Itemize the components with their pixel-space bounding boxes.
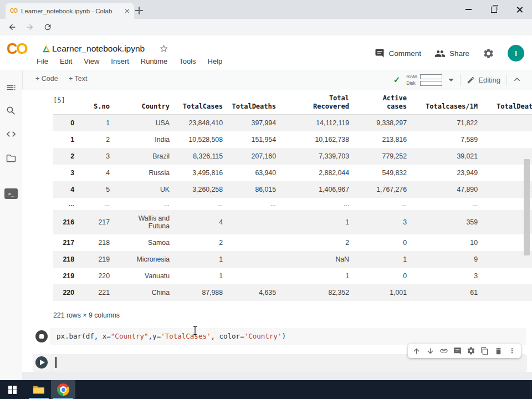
table-cell: 1,767,276 [354, 181, 411, 198]
chrome-icon [57, 383, 69, 396]
code-snippets-icon[interactable] [6, 129, 17, 140]
more-cell-actions-icon[interactable] [507, 346, 517, 356]
reload-icon[interactable] [43, 23, 52, 32]
page-scrollbar-thumb[interactable] [524, 159, 530, 255]
menu-view[interactable]: View [84, 57, 99, 65]
terminal-icon[interactable]: >_ [4, 188, 18, 199]
table-cell: 9 [411, 251, 482, 268]
table-row: 216217Wallis and Futuna413359NaNWLF [53, 210, 532, 234]
add-code-button[interactable]: + Code [35, 75, 58, 83]
colab-favicon-icon: CO [10, 8, 17, 14]
table-cell: 2 [280, 234, 354, 251]
tab-close-icon[interactable] [124, 8, 130, 14]
window-restore-button[interactable] [481, 0, 507, 19]
notebook-title[interactable]: Learner_notebook.ipynb [52, 44, 145, 54]
code-editor[interactable]: px.bar(df, x="Country",y='TotalCases', c… [50, 328, 526, 345]
editing-label: Editing [478, 76, 500, 84]
window-close-button[interactable] [507, 0, 532, 19]
share-button[interactable]: Share [434, 49, 469, 58]
table-cell: 1 [174, 268, 227, 284]
table-cell: 216 [53, 210, 79, 234]
pencil-icon [467, 76, 475, 84]
column-header: Total Recovered [280, 91, 354, 115]
mirror-cell-button[interactable] [480, 346, 490, 356]
notebook-footer-strip [22, 372, 532, 380]
table-cell: 4 [174, 210, 227, 234]
table-cell: 4 [53, 181, 79, 198]
cell-settings-gear-icon[interactable] [466, 346, 476, 356]
comment-button[interactable]: Comment [375, 48, 421, 58]
dataframe-summary: 221 rows × 9 columns [53, 311, 120, 319]
taskbar-chrome-button[interactable] [51, 380, 75, 399]
menu-runtime[interactable]: Runtime [141, 57, 167, 65]
start-button[interactable] [0, 380, 24, 399]
table-cell: 4,635 [227, 284, 280, 301]
table-row: 217218Samoa22010NaNWSM [53, 234, 532, 251]
code-token-string: 'Country' [244, 332, 282, 340]
table-cell: ... [114, 198, 174, 210]
add-comment-button[interactable] [453, 346, 463, 356]
collapse-chevron-icon[interactable] [513, 76, 521, 84]
column-header: Country [114, 91, 174, 115]
run-cell-button[interactable] [35, 330, 48, 342]
cell-toolbar [408, 344, 521, 358]
table-cell: NaN [482, 268, 532, 284]
table-cell: 151,954 [227, 131, 280, 148]
table-cell: 3 [79, 148, 114, 165]
table-cell: 218 [53, 251, 79, 268]
settings-gear-icon[interactable] [483, 48, 494, 59]
table-cell: 23,949 [411, 165, 482, 181]
menu-file[interactable]: File [37, 57, 48, 65]
menu-help[interactable]: Help [208, 57, 223, 65]
table-of-contents-icon[interactable] [6, 82, 17, 93]
table-row: 220221China87,9884,63582,3521,001613CHN [53, 284, 532, 301]
code-line: px.bar(df, x="Country",y='TotalCases', c… [57, 328, 286, 345]
table-cell: 63,940 [227, 165, 280, 181]
new-tab-button[interactable] [134, 6, 144, 16]
table-cell: 3,260,258 [174, 181, 227, 198]
star-notebook-icon[interactable] [160, 44, 168, 53]
taskbar-file-explorer-button[interactable] [27, 380, 51, 399]
move-cell-up-button[interactable] [412, 346, 422, 356]
table-cell: 1 [280, 268, 354, 284]
code-token-plain: ,y= [149, 332, 161, 340]
menu-insert[interactable]: Insert [111, 57, 129, 65]
table-cell: 549,832 [354, 165, 411, 181]
table-cell: ... [354, 198, 411, 210]
forward-icon[interactable] [25, 23, 34, 32]
left-sidebar: >_ [0, 70, 23, 380]
table-cell: 1 [354, 251, 411, 268]
copy-link-to-cell-button[interactable] [439, 346, 449, 356]
table-cell: 3 [411, 268, 482, 284]
resources-dropdown-icon[interactable] [448, 79, 454, 81]
menu-edit[interactable]: Edit [60, 57, 72, 65]
table-cell: 2 [53, 148, 79, 165]
delete-cell-button[interactable] [494, 346, 504, 356]
text-caret [55, 357, 57, 368]
account-avatar[interactable]: I [508, 45, 524, 62]
resource-monitor[interactable]: RAM Disk [406, 74, 442, 86]
window-minimize-button[interactable] [456, 0, 481, 19]
column-header [53, 91, 79, 115]
comment-label: Comment [388, 49, 421, 58]
browser-tabstrip: CO Learner_notebook.ipynb - Colab [0, 0, 532, 19]
windows-logo-icon [8, 386, 17, 394]
table-cell: 221 [79, 284, 114, 301]
table-cell: 207,160 [227, 148, 280, 165]
add-text-button[interactable]: + Text [69, 75, 87, 83]
play-icon [40, 360, 45, 365]
run-cell-button[interactable] [35, 356, 48, 369]
show-desktop-button[interactable] [530, 380, 530, 399]
menu-tools[interactable]: Tools [179, 57, 196, 65]
editing-mode-button[interactable]: Editing [467, 76, 500, 84]
browser-tab[interactable]: CO Learner_notebook.ipynb - Colab [6, 3, 134, 19]
back-icon[interactable] [8, 23, 17, 32]
move-cell-down-button[interactable] [425, 346, 435, 356]
table-cell: UK [114, 181, 174, 198]
files-folder-icon[interactable] [6, 153, 17, 164]
table-row: 12India10,528,508151,95410,162,738213,81… [53, 131, 532, 148]
table-cell [227, 268, 280, 284]
search-icon[interactable] [6, 105, 17, 116]
table-cell [227, 210, 280, 234]
table-cell: 1,001 [354, 284, 411, 301]
